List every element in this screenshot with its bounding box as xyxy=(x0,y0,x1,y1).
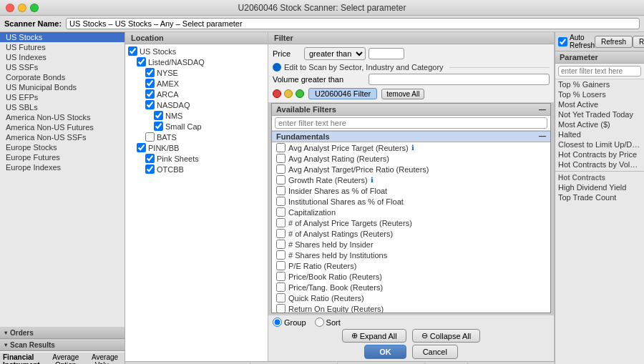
loc-nms: NMS xyxy=(125,110,268,121)
list-item-us-sbls[interactable]: US SBLs xyxy=(0,102,125,112)
collapse-all-button[interactable]: ⊖ Collapse All xyxy=(412,329,480,343)
edit-scan-row: Edit to Scan by Sector, Industry and Cat… xyxy=(273,63,550,72)
list-item-europe-futures[interactable]: Europe Futures xyxy=(0,152,125,162)
sort-radio-item: Sort xyxy=(315,318,341,327)
list-item-america-non-us-futures[interactable]: America Non-US Futures xyxy=(0,122,125,132)
avail-item-price-tang-book: Price/Tang. Book (Reuters) xyxy=(272,282,550,292)
loc-pink-sheets: Pink Sheets xyxy=(125,153,268,164)
parameter-search-input[interactable] xyxy=(558,66,641,77)
loc-nyse-checkbox[interactable] xyxy=(145,68,155,77)
loc-bats-checkbox[interactable] xyxy=(145,132,155,142)
avail-item-avg-analyst-rating-cb[interactable] xyxy=(276,154,286,163)
param-closest-limit[interactable]: Closest to Limit Up/Down xyxy=(555,139,644,149)
avail-item-insider-shares: Insider Shares as % of Float xyxy=(272,185,550,196)
expand-collapse-row: ⊕ Expand All ⊖ Collapse All xyxy=(273,329,550,343)
loc-nasdaq: NASDAQ xyxy=(125,99,268,110)
param-hot-contracts-price[interactable]: Hot Contracts by Price xyxy=(555,149,644,159)
filter-dot-green[interactable] xyxy=(296,89,304,98)
param-high-dividend[interactable]: High Dividend Yield xyxy=(555,182,644,192)
avail-item-analyst-price-targets-cb[interactable] xyxy=(276,218,286,227)
list-item-europe-indexes[interactable]: Europe Indexes xyxy=(0,162,125,172)
avail-filter-search-input[interactable] xyxy=(275,117,547,129)
list-item-us-municipal[interactable]: US Municipal Bonds xyxy=(0,82,125,92)
reset-button[interactable]: Reset xyxy=(633,36,644,48)
loc-amex-checkbox[interactable] xyxy=(145,79,155,88)
info-icon-1[interactable]: ℹ xyxy=(411,144,414,152)
price-condition-select[interactable]: greater than less than between xyxy=(304,47,366,60)
remove-all-button[interactable]: temove All xyxy=(381,89,424,99)
loc-nms-checkbox[interactable] xyxy=(154,111,163,120)
scanner-type-list: US Stocks US Futures US Indexes US SSFs … xyxy=(0,32,125,327)
auto-refresh-row: Auto Refresh xyxy=(558,34,595,49)
loc-pink-bb-checkbox[interactable] xyxy=(137,143,146,152)
param-trade-count[interactable]: Top Trade Count xyxy=(555,192,644,202)
list-item-us-stocks[interactable]: US Stocks xyxy=(0,32,125,42)
volume-value-input[interactable] xyxy=(369,74,550,85)
list-item-us-efps[interactable]: US EFPs xyxy=(0,92,125,102)
list-item-corporate-bonds[interactable]: Corporate Bonds xyxy=(0,72,125,82)
maximize-button[interactable] xyxy=(30,4,39,12)
avail-item-pe-ratio: P/E Ratio (Reuters) xyxy=(272,260,550,271)
sort-radio[interactable] xyxy=(315,318,324,327)
filter-dot-red[interactable] xyxy=(273,89,281,98)
avail-item-institutional-shares-cb[interactable] xyxy=(276,197,286,206)
avail-item-price-tang-book-cb[interactable] xyxy=(276,282,286,292)
scan-results-arrow-icon: ▾ xyxy=(4,342,7,348)
param-halted[interactable]: Halted xyxy=(555,129,644,139)
avail-item-growth-rate-cb[interactable] xyxy=(276,175,286,185)
orders-section-header[interactable]: ▾ Orders xyxy=(0,327,125,339)
avail-filter-search xyxy=(272,116,550,131)
loc-pink-sheets-checkbox[interactable] xyxy=(145,154,155,163)
loc-nasdaq-checkbox[interactable] xyxy=(145,100,155,109)
list-item-europe-stocks[interactable]: Europe Stocks xyxy=(0,142,125,152)
edit-scan-radio[interactable] xyxy=(273,63,281,72)
fundamentals-label: Fundamentals xyxy=(276,132,330,141)
refresh-button[interactable]: Refresh xyxy=(595,36,633,48)
avail-item-shares-insider-cb[interactable] xyxy=(276,240,286,249)
param-top-gainers[interactable]: Top % Gainers xyxy=(555,79,644,89)
price-value-input[interactable] xyxy=(369,48,404,59)
param-top-losers[interactable]: Top % Losers xyxy=(555,89,644,99)
param-most-active[interactable]: Most Active xyxy=(555,99,644,109)
filter-dot-yellow[interactable] xyxy=(284,89,293,98)
avail-item-pe-ratio-cb[interactable] xyxy=(276,261,286,270)
loc-otcbb-checkbox[interactable] xyxy=(145,164,155,174)
scan-results-section-header[interactable]: ▾ Scan Results xyxy=(0,339,125,351)
ok-button[interactable]: OK xyxy=(364,345,406,359)
cancel-button[interactable]: Cancel xyxy=(412,345,458,359)
loc-arca: ARCA xyxy=(125,89,268,99)
loc-listed-nasdaq-checkbox[interactable] xyxy=(137,57,146,67)
filter-name-badge: U2060046 Filter xyxy=(308,88,377,99)
close-button[interactable] xyxy=(6,4,14,12)
list-item-america-non-us-stocks[interactable]: America Non-US Stocks xyxy=(0,112,125,122)
param-hot-contracts-volume[interactable]: Hot Contracts by Volume xyxy=(555,159,644,169)
param-not-yet-traded[interactable]: Not Yet Traded Today xyxy=(555,109,644,119)
loc-us-stocks-checkbox[interactable] xyxy=(128,46,137,56)
list-item-us-futures[interactable]: US Futures xyxy=(0,42,125,52)
info-icon-2[interactable]: ℹ xyxy=(371,176,374,184)
avail-item-quick-ratio-cb[interactable] xyxy=(276,293,286,302)
param-most-active-dollar[interactable]: Most Active ($) xyxy=(555,119,644,129)
volume-filter-row: Volume greater than xyxy=(273,74,550,85)
list-item-us-indexes[interactable]: US Indexes xyxy=(0,52,125,62)
loc-arca-checkbox[interactable] xyxy=(145,89,155,99)
avail-item-return-on-equity-cb[interactable] xyxy=(276,304,286,313)
avail-item-capitalization-cb[interactable] xyxy=(276,207,286,217)
avail-item-avg-analyst-target-price-cb[interactable] xyxy=(276,164,286,174)
avail-item-avg-analyst-price-cb[interactable] xyxy=(276,143,286,152)
avail-item-price-book-cb[interactable] xyxy=(276,272,286,281)
avail-item-insider-shares-cb[interactable] xyxy=(276,186,286,195)
group-radio[interactable] xyxy=(273,318,282,327)
avail-item-shares-institutions-cb[interactable] xyxy=(276,250,286,260)
loc-small-cap-checkbox[interactable] xyxy=(154,122,163,131)
avail-item-analyst-ratings-cb[interactable] xyxy=(276,229,286,238)
scanner-name-input[interactable] xyxy=(66,18,640,29)
auto-refresh-checkbox[interactable] xyxy=(558,37,567,46)
minimize-button[interactable] xyxy=(18,4,26,12)
list-item-america-non-us-ssfs[interactable]: America Non-US SSFs xyxy=(0,132,125,142)
expand-all-button[interactable]: ⊕ Expand All xyxy=(342,329,406,343)
loc-otcbb: OTCBB xyxy=(125,164,268,174)
avg-vol-col: Average Volu... xyxy=(88,353,122,364)
list-item-us-ssfs[interactable]: US SSFs xyxy=(0,62,125,72)
loc-small-cap: Small Cap xyxy=(125,121,268,132)
